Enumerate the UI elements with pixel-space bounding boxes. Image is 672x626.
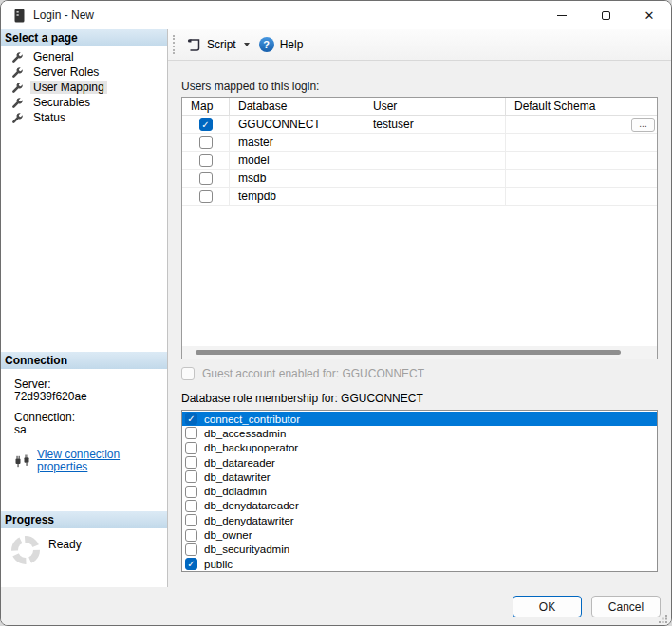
role-item-db-datareader[interactable]: db_datareader bbox=[182, 455, 657, 470]
progress-section: Ready bbox=[1, 528, 167, 587]
role-checkbox[interactable] bbox=[185, 529, 197, 542]
map-checkbox[interactable] bbox=[199, 190, 213, 203]
table-row-master[interactable]: master bbox=[182, 134, 657, 152]
table-header-row: MapDatabaseUserDefault Schema bbox=[182, 98, 657, 116]
database-cell[interactable]: model bbox=[230, 152, 364, 169]
role-checkbox[interactable] bbox=[185, 514, 197, 526]
role-item-public[interactable]: ✓public bbox=[182, 557, 657, 571]
table-row-msdb[interactable]: msdb bbox=[182, 170, 657, 188]
toolbar-grip-handle[interactable] bbox=[173, 35, 175, 54]
wrench-icon bbox=[11, 97, 24, 109]
close-button[interactable]: ✕ bbox=[627, 1, 671, 29]
sidebar-item-label: Status bbox=[30, 111, 68, 124]
view-connection-properties-link[interactable]: View connection properties bbox=[37, 449, 159, 473]
column-header-map: Map bbox=[182, 98, 230, 115]
resize-grip[interactable] bbox=[659, 614, 668, 623]
dialog-footer: OK Cancel bbox=[1, 587, 671, 626]
help-button-label: Help bbox=[280, 38, 304, 51]
sidebar-item-securables[interactable]: Securables bbox=[1, 95, 167, 110]
role-item-db-securityadmin[interactable]: db_securityadmin bbox=[182, 543, 657, 557]
role-checkbox[interactable]: ✓ bbox=[185, 413, 197, 425]
guest-account-label: Guest account enabled for: GGUCONNECT bbox=[202, 367, 424, 380]
default-schema-cell[interactable] bbox=[506, 152, 657, 169]
connection-properties-icon bbox=[14, 454, 31, 468]
database-cell[interactable]: tempdb bbox=[230, 188, 364, 205]
server-window-icon bbox=[13, 9, 26, 23]
wrench-icon bbox=[11, 82, 24, 94]
user-cell[interactable] bbox=[364, 188, 506, 205]
role-item-db-backupoperator[interactable]: db_backupoperator bbox=[182, 441, 657, 455]
maximize-button[interactable] bbox=[584, 1, 627, 29]
role-checkbox[interactable] bbox=[185, 470, 197, 483]
table-rows: ✓GGUCONNECTtestuser...mastermodelmsdbtem… bbox=[182, 116, 657, 206]
map-checkbox[interactable]: ✓ bbox=[199, 118, 213, 131]
map-checkbox[interactable] bbox=[199, 154, 213, 167]
connection-value: sa bbox=[14, 424, 159, 436]
close-icon: ✕ bbox=[644, 9, 655, 22]
sidebar-item-status[interactable]: Status bbox=[1, 110, 167, 125]
database-cell[interactable]: msdb bbox=[230, 170, 364, 187]
role-checkbox[interactable] bbox=[185, 456, 197, 469]
script-button[interactable]: Script bbox=[182, 34, 240, 55]
help-button[interactable]: ? Help bbox=[255, 34, 308, 55]
window-title: Login - New bbox=[33, 9, 540, 22]
role-item-db-accessadmin[interactable]: db_accessadmin bbox=[182, 426, 657, 440]
role-item-db-datawriter[interactable]: db_datawriter bbox=[182, 470, 657, 484]
connection-section: Server: 72d939f620ae Connection: sa View… bbox=[1, 369, 167, 511]
sidebar-item-label: User Mapping bbox=[30, 81, 107, 94]
script-dropdown-chevron-icon[interactable] bbox=[244, 43, 250, 46]
progress-header: Progress bbox=[1, 511, 167, 528]
role-name: db_owner bbox=[204, 529, 252, 541]
role-item-connect-contributor[interactable]: ✓connect_contributor bbox=[182, 412, 657, 426]
help-question-icon: ? bbox=[259, 37, 274, 52]
default-schema-cell[interactable] bbox=[506, 134, 657, 151]
connection-label: Connection: bbox=[14, 412, 159, 424]
role-membership-label: Database role membership for: GGUCONNECT bbox=[181, 392, 658, 405]
user-cell[interactable] bbox=[364, 152, 506, 169]
role-item-db-owner[interactable]: db_owner bbox=[182, 527, 657, 542]
table-empty-area bbox=[182, 206, 657, 346]
minimize-icon bbox=[557, 15, 567, 16]
user-cell[interactable] bbox=[364, 134, 506, 151]
sidebar-item-server-roles[interactable]: Server Roles bbox=[1, 64, 167, 80]
role-checkbox[interactable] bbox=[185, 500, 197, 512]
database-cell[interactable]: GGUCONNECT bbox=[230, 116, 364, 133]
script-button-label: Script bbox=[207, 38, 236, 51]
default-schema-cell[interactable] bbox=[506, 170, 657, 187]
role-checkbox[interactable]: ✓ bbox=[185, 558, 197, 570]
scrollbar-thumb[interactable] bbox=[196, 350, 621, 355]
cancel-button[interactable]: Cancel bbox=[591, 596, 661, 617]
table-row-tempdb[interactable]: tempdb bbox=[182, 188, 657, 206]
default-schema-cell[interactable]: ... bbox=[506, 116, 657, 133]
role-checkbox[interactable] bbox=[185, 543, 197, 556]
role-item-db-ddladmin[interactable]: db_ddladmin bbox=[182, 484, 657, 498]
page-list: GeneralServer RolesUser MappingSecurable… bbox=[1, 46, 167, 352]
map-checkbox[interactable] bbox=[199, 172, 213, 185]
role-checkbox[interactable] bbox=[185, 427, 197, 439]
wrench-icon bbox=[11, 112, 24, 124]
role-checkbox[interactable] bbox=[185, 442, 197, 454]
table-row-gguconnect[interactable]: ✓GGUCONNECTtestuser... bbox=[182, 116, 657, 134]
ok-button[interactable]: OK bbox=[513, 596, 582, 617]
role-name: db_denydatawriter bbox=[204, 515, 294, 526]
role-name: db_securityadmin bbox=[204, 543, 289, 555]
database-cell[interactable]: master bbox=[230, 134, 364, 151]
user-cell[interactable] bbox=[364, 170, 506, 187]
sidebar-item-label: Securables bbox=[30, 96, 93, 109]
sidebar-item-general[interactable]: General bbox=[1, 49, 167, 64]
horizontal-scrollbar[interactable] bbox=[182, 346, 657, 359]
role-checkbox[interactable] bbox=[185, 486, 197, 498]
map-checkbox[interactable] bbox=[199, 136, 213, 149]
minimize-button[interactable] bbox=[540, 1, 584, 29]
column-header-user: User bbox=[364, 98, 506, 115]
role-item-db-denydatawriter[interactable]: db_denydatawriter bbox=[182, 513, 657, 527]
default-schema-ellipsis-button[interactable]: ... bbox=[631, 118, 655, 132]
user-cell[interactable]: testuser bbox=[364, 116, 506, 133]
role-name: connect_contributor bbox=[204, 414, 300, 425]
guest-account-checkbox bbox=[181, 367, 195, 380]
default-schema-cell[interactable] bbox=[506, 188, 657, 205]
sidebar-item-user-mapping[interactable]: User Mapping bbox=[1, 80, 167, 95]
role-item-db-denydatareader[interactable]: db_denydatareader bbox=[182, 499, 657, 513]
script-scroll-icon bbox=[186, 37, 201, 52]
table-row-model[interactable]: model bbox=[182, 152, 657, 170]
